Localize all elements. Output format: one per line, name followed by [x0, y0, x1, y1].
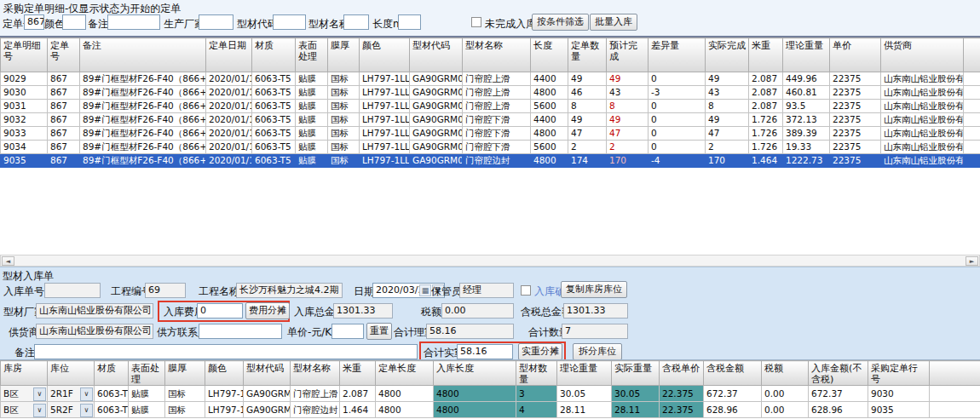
column-header[interactable]: 型材名称 [291, 361, 340, 386]
column-header[interactable]: 差异量 [649, 38, 706, 72]
column-header[interactable] [964, 38, 980, 72]
grid-cell[interactable] [964, 72, 980, 86]
grid-cell[interactable]: 8 [607, 100, 649, 113]
grid-cell[interactable]: 22375 [830, 141, 881, 154]
grid-cell[interactable]: LH797-1LL0 [360, 100, 410, 113]
column-header[interactable]: 采购定单行号 [868, 361, 930, 386]
grid-cell[interactable] [964, 100, 980, 113]
column-header[interactable]: 长度 [531, 38, 568, 72]
grid-cell[interactable]: 门帘腔上滑 [463, 86, 531, 100]
grid-cell[interactable] [930, 386, 980, 402]
column-header[interactable]: 含税单价 [660, 361, 704, 386]
grid-cell[interactable]: -4 [649, 154, 706, 168]
table-row[interactable]: 903286789#门框型材F26-F40（866+867）2020/01/13… [1, 113, 980, 127]
grid-cell[interactable]: 2020/01/13 [206, 72, 252, 86]
total-actual-input[interactable]: 58.16 [457, 344, 513, 359]
grid-cell[interactable]: 22375 [830, 100, 881, 113]
column-header[interactable] [930, 361, 980, 386]
grid-cell[interactable]: 49 [568, 113, 607, 127]
grid-cell[interactable]: GA90GRM04 [410, 113, 463, 127]
grid-cell[interactable]: 43 [706, 86, 749, 100]
grid-cell[interactable]: 449.96 [783, 72, 830, 86]
grid-cell[interactable]: 2 [706, 141, 749, 154]
grid-cell[interactable]: 49 [568, 72, 607, 86]
grid-cell[interactable]: GA90GRM03 [410, 100, 463, 113]
column-header[interactable]: 定单明细号 [1, 38, 48, 72]
filter-by-condition-button[interactable]: 按条件筛选 [532, 14, 589, 31]
grid-cell[interactable]: 9034 [1, 141, 48, 154]
grid-cell[interactable]: 8 [568, 100, 607, 113]
grid-cell[interactable]: 867 [48, 154, 80, 168]
column-header[interactable]: 含税金额 [704, 361, 762, 386]
grid-cell[interactable]: 山东南山铝业股份有限公司 [881, 141, 964, 154]
project-no-field[interactable]: 69 [145, 283, 186, 298]
grid-cell[interactable]: 0.00 [762, 386, 809, 402]
grid-cell[interactable]: 9033 [1, 127, 48, 141]
profile-mfr-field[interactable]: 山东南山铝业股份有限公司 [36, 303, 153, 319]
grid-cell[interactable]: 19.33 [783, 141, 830, 154]
grid-cell[interactable]: 672.37 [704, 386, 762, 402]
grid-cell[interactable]: 国标 [328, 113, 360, 127]
grid-cell[interactable]: 门帘腔上滑 [463, 100, 531, 113]
grid-cell[interactable]: 28.11 [612, 402, 660, 418]
column-header[interactable]: 米重 [749, 38, 783, 72]
grid-cell[interactable]: 6063-T5 [252, 100, 296, 113]
grid-cell[interactable]: 47 [706, 127, 749, 141]
scroll-right-arrow-icon[interactable]: ► [966, 256, 978, 266]
grid-cell[interactable]: 43 [607, 86, 649, 100]
grid-cell[interactable]: 0.00 [762, 402, 809, 418]
grid-cell[interactable]: 49 [706, 113, 749, 127]
grid-cell[interactable]: GA90GRM04 [410, 141, 463, 154]
grid-cell[interactable]: LH797-1LL0 [360, 72, 410, 86]
grid-cell[interactable]: 4 [516, 402, 557, 418]
column-header[interactable]: 定单数量 [568, 38, 607, 72]
supplier-contact-input[interactable] [199, 324, 282, 339]
grid-cell[interactable]: 2.087 [749, 100, 783, 113]
column-header[interactable]: 入库长度 [434, 361, 516, 386]
column-header[interactable]: 预计完成 [607, 38, 649, 72]
total-theoretical-field[interactable]: 58.16 [426, 324, 514, 339]
grid-cell[interactable]: 贴膜 [296, 113, 328, 127]
grid-cell[interactable]: 5600 [531, 100, 568, 113]
grid-cell[interactable]: 贴膜 [296, 127, 328, 141]
grid-cell[interactable]: 867 [48, 72, 80, 86]
grid-cell[interactable]: 628.96 [809, 402, 868, 418]
grid-cell[interactable]: 6063-T5 [252, 141, 296, 154]
grid-cell[interactable] [964, 86, 980, 100]
grid-cell[interactable]: 460.81 [783, 86, 830, 100]
keeper-field[interactable]: 经理 [459, 283, 514, 298]
grid-cell[interactable]: 9030 [868, 386, 930, 402]
batch-inbound-button[interactable]: 批量入库 [590, 14, 637, 31]
grid-cell[interactable]: LH797-1LL0 [360, 141, 410, 154]
table-row[interactable]: 903586789#门框型材F26-F40（866+867）2020/01/13… [1, 154, 980, 168]
grid-cell[interactable]: 1.464 [340, 402, 376, 418]
column-header[interactable]: 单价 [830, 38, 881, 72]
grid-cell[interactable]: LH797-1LL0 [205, 402, 244, 418]
grid-cell[interactable]: 3 [516, 386, 557, 402]
table-row[interactable]: B区5R2F6063-T5贴膜国标LH797-1LL0GA90GRM05门帘腔边… [1, 402, 980, 418]
grid-cell[interactable]: 0 [649, 100, 706, 113]
inbound-no-field[interactable] [44, 283, 101, 298]
combo-cell[interactable]: 2R1F [48, 386, 95, 402]
grid-cell[interactable]: 170 [706, 154, 749, 168]
grid-cell[interactable]: 门帘腔边封 [463, 154, 531, 168]
column-header[interactable]: 型材代码 [410, 38, 463, 72]
grid-cell[interactable]: 1.726 [749, 127, 783, 141]
grid-cell[interactable]: 山东南山铝业股份有限公司 [881, 100, 964, 113]
scroll-left-arrow-icon[interactable]: ◄ [2, 256, 14, 266]
grid-cell[interactable]: 门帘腔边封 [291, 402, 340, 418]
column-header[interactable]: 膜厚 [328, 38, 360, 72]
color-filter-input[interactable] [62, 14, 86, 30]
grid-cell[interactable]: 30.05 [557, 386, 612, 402]
grid-cell[interactable]: 672.37 [809, 386, 868, 402]
grid-cell[interactable]: 2.087 [749, 86, 783, 100]
unfinished-inbound-checkbox[interactable] [471, 17, 481, 27]
grid-cell[interactable]: 贴膜 [296, 154, 328, 168]
grid-cell[interactable]: 372.13 [783, 113, 830, 127]
split-location-button[interactable]: 拆分库位 [573, 343, 622, 360]
grid-cell[interactable]: 2020/01/13 [206, 127, 252, 141]
supplier-field[interactable]: 山东南山铝业股份有限公司 [36, 324, 153, 339]
grid-cell[interactable]: 2020/01/13 [206, 86, 252, 100]
grid-cell[interactable] [964, 127, 980, 141]
inbound-fee-input[interactable]: 0 [197, 303, 243, 319]
